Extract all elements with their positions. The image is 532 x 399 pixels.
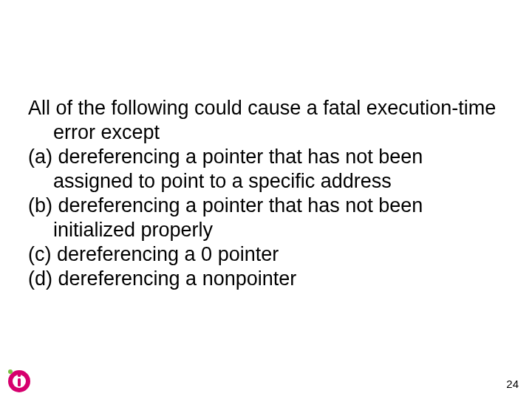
question-block: All of the following could cause a fatal… <box>28 96 504 291</box>
option-a: (a) dereferencing a pointer that has not… <box>28 145 504 194</box>
slide: All of the following could cause a fatal… <box>0 0 532 399</box>
logo-icon <box>4 365 34 395</box>
option-c: (c) dereferencing a 0 pointer <box>28 242 504 267</box>
svg-point-3 <box>18 374 21 377</box>
svg-point-4 <box>8 369 13 374</box>
svg-rect-2 <box>18 378 21 386</box>
page-number: 24 <box>506 378 519 390</box>
option-b: (b) dereferencing a pointer that has not… <box>28 194 504 242</box>
question-stem: All of the following could cause a fatal… <box>28 96 504 145</box>
option-d: (d) dereferencing a nonpointer <box>28 267 504 291</box>
